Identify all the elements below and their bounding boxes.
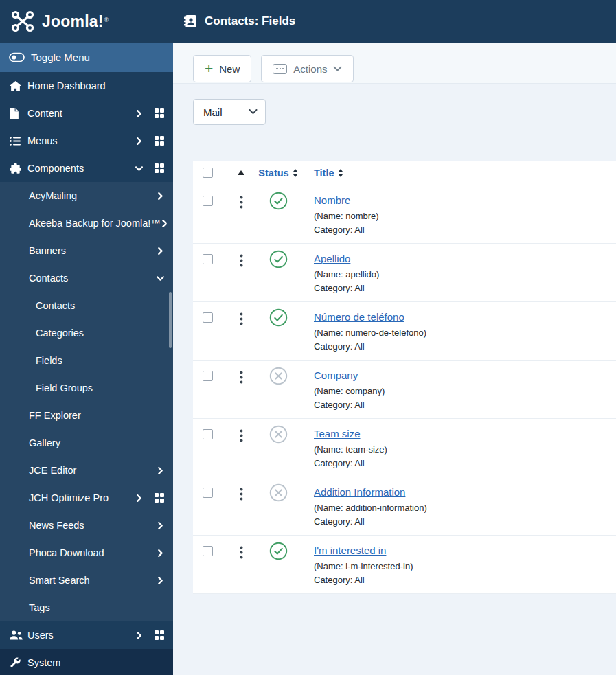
sidebar-item-phoca-download[interactable]: Phoca Download xyxy=(0,539,173,567)
sidebar-item-akeeba-backup-for-joomla[interactable]: Akeeba Backup for Joomla!™ xyxy=(0,209,173,237)
grid-icon[interactable] xyxy=(155,163,164,173)
drag-handle-icon[interactable] xyxy=(240,312,243,360)
field-title-link[interactable]: Número de teléfono xyxy=(314,311,404,323)
sidebar-item-smart-search[interactable]: Smart Search xyxy=(0,567,173,594)
actions-button-label: Actions xyxy=(293,63,327,75)
grid-icon[interactable] xyxy=(155,136,164,146)
grid-icon[interactable] xyxy=(155,493,164,503)
sidebar-item-label: FF Explorer xyxy=(29,410,81,421)
sidebar-item-gallery[interactable]: Gallery xyxy=(0,429,173,457)
field-title-link[interactable]: Nombre xyxy=(314,194,350,206)
drag-handle-icon[interactable] xyxy=(240,254,243,301)
sidebar-item-label: Menus xyxy=(27,135,58,146)
sidebar-item-label: Components xyxy=(27,163,84,174)
sidebar-item-banners[interactable]: Banners xyxy=(0,237,173,264)
sidebar-item-label: Akeeba Backup for Joomla!™ xyxy=(29,218,161,229)
grid-icon[interactable] xyxy=(155,630,164,640)
sidebar-item-ff-explorer[interactable]: FF Explorer xyxy=(0,402,173,429)
field-title-link[interactable]: I'm interested in xyxy=(314,545,386,556)
ordering-column-header[interactable] xyxy=(226,170,256,175)
joomla-admin: Joomla!® Contacts: Fields Toggle Menu Ho… xyxy=(0,0,616,675)
sidebar-item-users[interactable]: Users xyxy=(0,621,173,649)
status-unpublished-toggle[interactable] xyxy=(269,483,288,535)
status-unpublished-toggle[interactable] xyxy=(269,367,288,418)
toggle-menu-icon xyxy=(9,52,25,62)
row-checkbox[interactable] xyxy=(203,312,213,323)
sidebar-item-fields[interactable]: Fields xyxy=(0,347,173,374)
sort-icon xyxy=(338,169,343,177)
field-title-link[interactable]: Apellido xyxy=(314,253,350,264)
status-published-icon xyxy=(269,250,288,301)
status-published-toggle[interactable] xyxy=(269,250,288,301)
chevron-right-icon xyxy=(157,522,164,529)
chevron-right-icon xyxy=(135,110,143,117)
grid-icon[interactable] xyxy=(155,108,164,118)
field-category: Category: All xyxy=(314,458,606,468)
chevron-down-icon xyxy=(135,165,143,172)
drag-handle-icon[interactable] xyxy=(240,196,243,243)
field-title-link[interactable]: Addition Information xyxy=(314,486,405,498)
chevron-right-icon xyxy=(157,192,164,200)
menu-toggle-button[interactable]: Toggle Menu xyxy=(0,43,173,72)
field-category: Category: All xyxy=(314,225,606,235)
sidebar-item-label: System xyxy=(27,657,60,668)
field-category: Category: All xyxy=(314,341,606,352)
drag-handle-icon[interactable] xyxy=(240,488,243,535)
field-title-link[interactable]: Team size xyxy=(314,428,361,439)
sidebar-item-contacts[interactable]: Contacts xyxy=(0,264,173,292)
sidebar-item-field-groups[interactable]: Field Groups xyxy=(0,374,173,402)
field-name: (Name: addition-information) xyxy=(314,503,606,513)
title-column-header[interactable]: Title xyxy=(300,168,616,179)
chevron-right-icon xyxy=(157,577,164,584)
row-checkbox[interactable] xyxy=(203,429,213,439)
row-checkbox[interactable] xyxy=(203,254,213,264)
drag-handle-icon[interactable] xyxy=(240,371,243,418)
sidebar-item-home-dashboard[interactable]: Home Dashboard xyxy=(0,72,173,100)
sidebar-item-jch-optimize-pro[interactable]: JCH Optimize Pro xyxy=(0,484,173,512)
page-title: Contacts: Fields xyxy=(205,14,295,28)
sidebar-item-jce-editor[interactable]: JCE Editor xyxy=(0,457,173,484)
drag-handle-icon[interactable] xyxy=(240,546,243,593)
sidebar-item-components[interactable]: Components xyxy=(0,155,173,182)
new-button[interactable]: + New xyxy=(193,55,251,82)
sidebar-menu: Home DashboardContentMenusComponentsAcyM… xyxy=(0,72,173,675)
row-checkbox[interactable] xyxy=(203,196,213,206)
table-row: Número de teléfono (Name: numero-de-tele… xyxy=(193,302,616,361)
sidebar-item-menus[interactable]: Menus xyxy=(0,127,173,155)
sidebar-item-contacts[interactable]: Contacts xyxy=(0,292,173,319)
ellipsis-icon xyxy=(273,64,287,74)
fields-table: Status Title Nombre (Name: nombre) xyxy=(193,161,616,594)
sidebar-item-label: Content xyxy=(27,108,62,119)
sidebar-item-categories[interactable]: Categories xyxy=(0,319,173,347)
chevron-right-icon xyxy=(135,494,143,502)
status-published-toggle[interactable] xyxy=(269,192,288,243)
row-checkbox[interactable] xyxy=(203,371,213,381)
sidebar-item-content[interactable]: Content xyxy=(0,100,173,127)
chevron-right-icon xyxy=(157,467,164,474)
sidebar-item-tags[interactable]: Tags xyxy=(0,594,173,621)
chevron-right-icon xyxy=(161,220,168,227)
row-checkbox[interactable] xyxy=(203,488,213,498)
sidebar-item-label: Fields xyxy=(36,355,62,366)
field-category: Category: All xyxy=(314,400,606,410)
sidebar-scrollbar[interactable] xyxy=(169,292,172,348)
filter-mail-select[interactable]: Mail xyxy=(193,99,266,125)
content-icon xyxy=(10,108,27,119)
field-category: Category: All xyxy=(314,575,606,585)
brand[interactable]: Joomla!® xyxy=(0,0,173,43)
status-published-toggle[interactable] xyxy=(269,542,288,593)
row-checkbox[interactable] xyxy=(203,546,213,556)
chevron-down-icon xyxy=(333,66,342,71)
brand-text: Joomla!® xyxy=(42,12,109,31)
sidebar-item-acymailing[interactable]: AcyMailing xyxy=(0,182,173,209)
status-unpublished-toggle[interactable] xyxy=(269,425,288,477)
drag-handle-icon[interactable] xyxy=(240,429,243,477)
status-column-header[interactable]: Status xyxy=(256,168,300,179)
status-published-toggle[interactable] xyxy=(269,308,288,360)
field-title-link[interactable]: Company xyxy=(314,369,358,381)
filter-bar: Mail xyxy=(173,84,616,125)
select-all-checkbox[interactable] xyxy=(203,168,213,178)
sidebar-item-system[interactable]: System xyxy=(0,649,173,675)
actions-dropdown-button[interactable]: Actions xyxy=(261,55,354,82)
sidebar-item-news-feeds[interactable]: News Feeds xyxy=(0,512,173,539)
